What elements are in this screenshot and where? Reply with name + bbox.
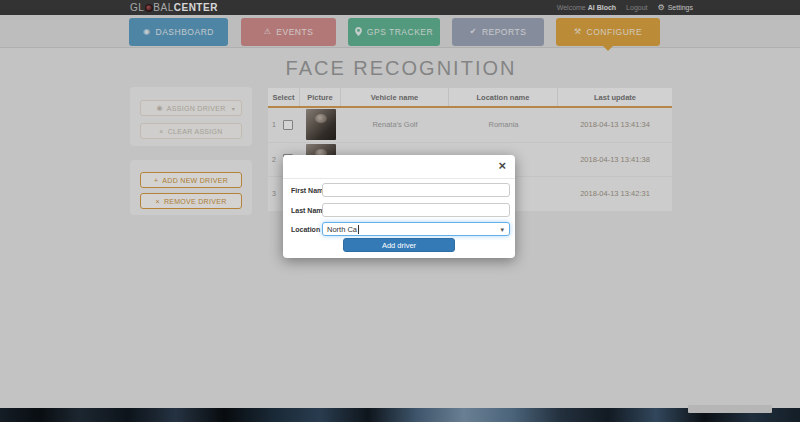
add-driver-submit-button[interactable]: Add driver	[343, 238, 455, 252]
last-name-input[interactable]	[322, 203, 510, 217]
first-name-input[interactable]	[322, 183, 510, 197]
location-id-input[interactable]: North Ca ▾	[322, 222, 510, 236]
modal-header: ×	[283, 155, 515, 179]
chevron-down-icon[interactable]: ▾	[500, 226, 504, 234]
close-icon[interactable]: ×	[498, 159, 506, 172]
app-window: GLBALCENTER Welcome Al Bloch Logout ⚙ Se…	[0, 0, 800, 422]
add-driver-modal: × First Name: * Last Name: * Location Id…	[283, 155, 515, 258]
location-id-value: North Ca	[327, 225, 357, 234]
text-cursor	[358, 225, 359, 234]
